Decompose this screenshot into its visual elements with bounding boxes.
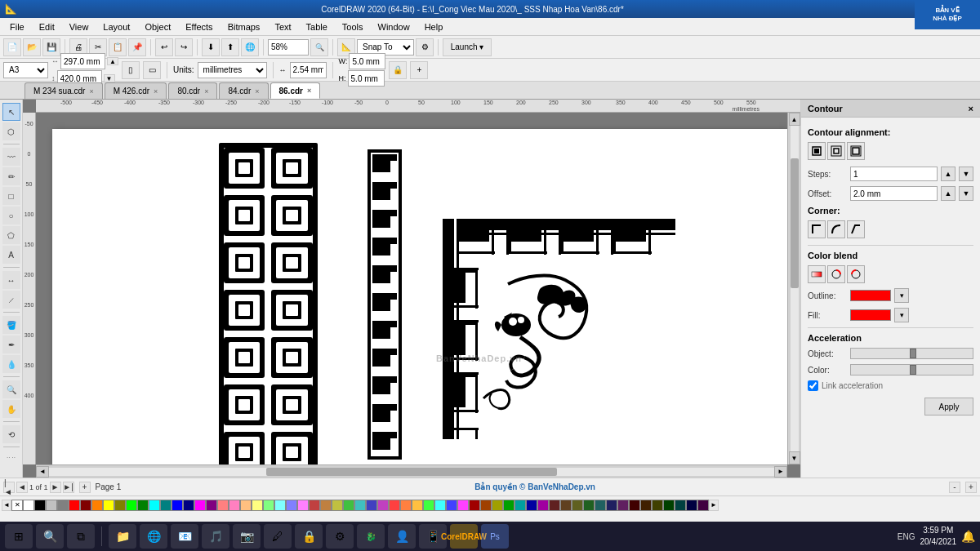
- fill-dropdown[interactable]: ▾: [894, 308, 909, 322]
- outline-dropdown[interactable]: ▾: [894, 288, 909, 303]
- page-next[interactable]: ►: [50, 482, 61, 493]
- color-swatch-56[interactable]: [663, 500, 675, 511]
- launch-btn[interactable]: Launch ▾: [443, 38, 492, 56]
- nudge-input[interactable]: [290, 62, 327, 78]
- align-inside-btn[interactable]: [808, 142, 826, 160]
- link-accel-checkbox[interactable]: [808, 380, 818, 391]
- null-swatch[interactable]: ✕: [11, 500, 23, 511]
- taskbar-app4[interactable]: 🐉: [357, 524, 385, 549]
- steps-down[interactable]: ▼: [959, 167, 973, 181]
- color-swatch-52[interactable]: [617, 500, 629, 511]
- paste-button[interactable]: 📌: [128, 38, 146, 56]
- portrait-btn[interactable]: ▯: [122, 61, 140, 79]
- rect-tool[interactable]: □: [2, 187, 20, 205]
- fill-tool[interactable]: 🪣: [2, 316, 20, 334]
- search-taskbar[interactable]: 🔍: [36, 524, 64, 549]
- color-swatch-5[interactable]: [80, 500, 91, 511]
- color-swatch-11[interactable]: [149, 500, 160, 511]
- units-select[interactable]: millimetres: [198, 62, 267, 78]
- color-swatch-14[interactable]: [183, 500, 194, 511]
- page-size-select[interactable]: A3: [3, 62, 48, 78]
- outline-swatch[interactable]: [850, 290, 891, 301]
- object-slider-thumb[interactable]: [910, 349, 916, 358]
- corner-round-btn[interactable]: [827, 220, 845, 238]
- node-tool[interactable]: ⬡: [2, 122, 20, 140]
- pattern3[interactable]: [443, 219, 667, 439]
- connector-tool[interactable]: ⟋: [2, 291, 20, 309]
- canvas-content[interactable]: BanVeNhaDep.vn ▿: [36, 113, 800, 464]
- blend-linear-btn[interactable]: [808, 265, 826, 283]
- color-swatch-30[interactable]: [366, 500, 377, 511]
- taskbar-ps[interactable]: Ps: [481, 524, 509, 549]
- color-swatch-12[interactable]: [160, 500, 172, 511]
- menu-window[interactable]: Window: [372, 20, 416, 33]
- panel-close-icon[interactable]: ×: [969, 104, 973, 113]
- menu-tools[interactable]: Tools: [336, 20, 370, 33]
- undo-button[interactable]: ↩: [155, 38, 173, 56]
- steps-input[interactable]: [850, 167, 938, 181]
- color-swatch-23[interactable]: [286, 500, 297, 511]
- taskview-btn[interactable]: ⧉: [67, 524, 95, 549]
- color-swatch-54[interactable]: [640, 500, 652, 511]
- taskbar-explorer[interactable]: 📁: [109, 524, 136, 549]
- align-outside-btn[interactable]: [827, 142, 845, 160]
- fill-swatch[interactable]: [850, 309, 891, 321]
- zoom-input[interactable]: [268, 39, 309, 56]
- color-swatch-20[interactable]: [252, 500, 263, 511]
- color-swatch-55[interactable]: [652, 500, 663, 511]
- hscroll-right[interactable]: ►: [774, 466, 787, 478]
- color-swatch-44[interactable]: [526, 500, 537, 511]
- vscroll-thumb[interactable]: [791, 158, 799, 289]
- tab-1[interactable]: M 426.cdr ×: [105, 82, 167, 99]
- vscroll[interactable]: ▲ ▼: [787, 113, 800, 464]
- color-swatch-38[interactable]: [457, 500, 469, 511]
- color-swatch-47[interactable]: [560, 500, 572, 511]
- menu-layout[interactable]: Layout: [96, 20, 136, 33]
- tab-close-0[interactable]: ×: [89, 87, 93, 96]
- color-swatch-22[interactable]: [274, 500, 286, 511]
- tab-close-4[interactable]: ×: [307, 87, 311, 95]
- taskbar-music[interactable]: 🎵: [202, 524, 229, 549]
- color-swatch-6[interactable]: [91, 500, 103, 511]
- taskbar-browser[interactable]: 🌐: [140, 524, 167, 549]
- menu-table[interactable]: Table: [300, 20, 334, 33]
- tab-3[interactable]: 84.cdr ×: [219, 82, 268, 99]
- offset-up[interactable]: ▲: [941, 186, 956, 201]
- pattern1[interactable]: [217, 141, 319, 464]
- zoom-tool[interactable]: 🔍: [2, 380, 20, 398]
- hscroll[interactable]: ◄ ►: [36, 464, 787, 478]
- color-swatch-4[interactable]: [69, 500, 80, 511]
- color-swatch-39[interactable]: [469, 500, 480, 511]
- taskbar-app2[interactable]: 🔒: [295, 524, 323, 549]
- menu-effects[interactable]: Effects: [179, 20, 219, 33]
- menu-text[interactable]: Text: [268, 20, 297, 33]
- color-swatch-58[interactable]: [686, 500, 697, 511]
- palette-scroll-left[interactable]: ◄: [2, 500, 11, 511]
- select-tool[interactable]: ↖: [2, 103, 20, 121]
- width-up-btn[interactable]: ▲: [107, 57, 118, 65]
- tab-2[interactable]: 80.cdr ×: [168, 82, 217, 99]
- color-swatch-51[interactable]: [606, 500, 617, 511]
- hscroll-thumb[interactable]: [266, 468, 556, 476]
- obj-height-input[interactable]: [348, 70, 385, 87]
- color-swatch-3[interactable]: [57, 500, 69, 511]
- menu-help[interactable]: Help: [418, 20, 450, 33]
- color-swatch-48[interactable]: [572, 500, 583, 511]
- page-first[interactable]: |◄: [3, 482, 15, 493]
- color-swatch-37[interactable]: [446, 500, 457, 511]
- color-swatch-46[interactable]: [549, 500, 560, 511]
- ellipse-tool[interactable]: ○: [2, 207, 20, 224]
- tab-4[interactable]: 86.cdr ×: [270, 82, 321, 99]
- color-swatch-50[interactable]: [595, 500, 606, 511]
- taskbar-camera[interactable]: 📷: [233, 524, 261, 549]
- new-button[interactable]: 📄: [3, 38, 21, 56]
- canvas-area[interactable]: -500 -450 -400 -350 -300 -250 -200 -150 …: [23, 100, 800, 478]
- color-swatch-16[interactable]: [206, 500, 217, 511]
- color-swatch-7[interactable]: [103, 500, 114, 511]
- menu-edit[interactable]: Edit: [33, 20, 61, 33]
- menu-view[interactable]: View: [63, 20, 96, 33]
- color-swatch-10[interactable]: [137, 500, 149, 511]
- color-swatch-32[interactable]: [389, 500, 400, 511]
- color-swatch-0[interactable]: [23, 500, 34, 511]
- color-swatch-2[interactable]: [46, 500, 57, 511]
